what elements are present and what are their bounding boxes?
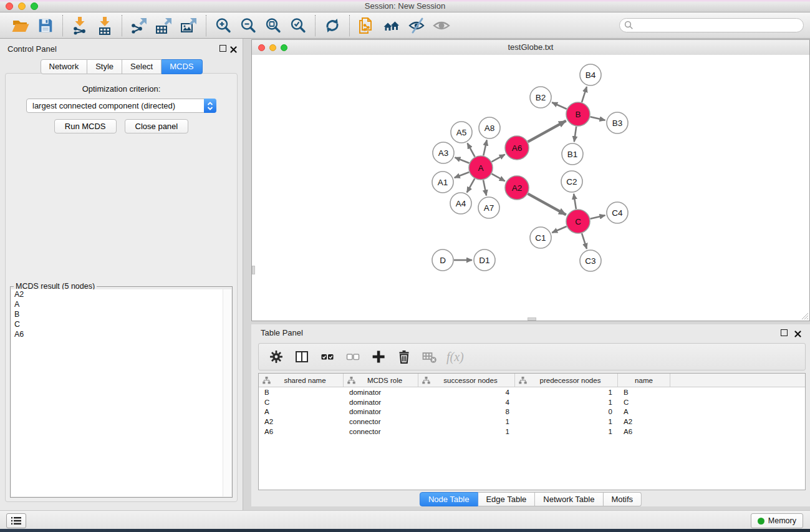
table-row[interactable]: A2connector11A2: [259, 417, 805, 427]
zoom-out-button[interactable]: [238, 16, 258, 36]
float-panel-icon[interactable]: [219, 45, 226, 52]
column-header-predecessor-nodes[interactable]: predecessor nodes: [515, 374, 618, 387]
delete-row-button[interactable]: [395, 348, 413, 365]
export-image-button[interactable]: [179, 16, 199, 36]
graph-edge-C-C2[interactable]: [574, 194, 576, 209]
export-table-button[interactable]: [154, 16, 174, 36]
table-close-icon[interactable]: [794, 329, 801, 340]
tab-node-table[interactable]: Node Table: [420, 492, 478, 506]
run-mcds-button[interactable]: Run MCDS: [54, 119, 117, 133]
result-item[interactable]: C: [11, 319, 231, 329]
task-history-button[interactable]: [6, 513, 26, 528]
tab-motifs[interactable]: Motifs: [603, 492, 642, 506]
graph-node-C2[interactable]: C2: [561, 171, 582, 192]
tab-style[interactable]: Style: [87, 59, 122, 74]
graph-node-A[interactable]: A: [469, 156, 493, 180]
graph-edge-A-A4[interactable]: [467, 178, 475, 192]
network-minimize-button[interactable]: [269, 44, 276, 51]
memory-button[interactable]: Memory: [751, 513, 803, 528]
tab-edge-table[interactable]: Edge Table: [478, 492, 535, 506]
result-scrollbar[interactable]: [223, 289, 231, 496]
graph-node-A6[interactable]: A6: [505, 136, 529, 160]
open-session-button[interactable]: [11, 16, 31, 36]
graph-node-A8[interactable]: A8: [479, 117, 500, 138]
graph-node-C4[interactable]: C4: [607, 202, 628, 223]
save-session-button[interactable]: [36, 16, 55, 36]
network-window-titlebar[interactable]: testGlobe.txt: [252, 40, 809, 56]
close-panel-button[interactable]: Close panel: [125, 119, 189, 133]
graph-node-A7[interactable]: A7: [478, 197, 499, 218]
graph-node-B3[interactable]: B3: [607, 112, 628, 133]
show-hide-details-button[interactable]: [432, 16, 451, 36]
graph-edge-C-C4[interactable]: [591, 215, 605, 218]
column-header-shared-name[interactable]: shared name: [259, 374, 344, 387]
maximize-window-button[interactable]: [31, 2, 38, 10]
graph-node-B2[interactable]: B2: [530, 87, 551, 108]
graph-edge-A-A7[interactable]: [483, 180, 486, 196]
close-window-button[interactable]: [6, 2, 13, 10]
graph-edge-A-A8[interactable]: [483, 140, 486, 156]
table-row[interactable]: Bdominator41B: [259, 387, 805, 397]
graph-node-A1[interactable]: A1: [432, 172, 453, 193]
graph-node-A4[interactable]: A4: [450, 193, 471, 214]
table-row[interactable]: Adominator80A: [259, 407, 805, 417]
network-maximize-button[interactable]: [281, 44, 287, 51]
graph-edge-A-A1[interactable]: [455, 172, 470, 178]
network-close-button[interactable]: [258, 44, 265, 51]
graph-edge-B-B3[interactable]: [591, 117, 605, 120]
graph-edge-C-C1[interactable]: [552, 226, 566, 233]
graph-node-B[interactable]: B: [566, 102, 590, 126]
table-settings-button[interactable]: [268, 348, 285, 365]
graph-edge-A2-C[interactable]: [528, 194, 566, 215]
zoom-fit-button[interactable]: [263, 16, 283, 36]
graph-node-B1[interactable]: B1: [562, 143, 583, 165]
scrollbar-stub-vertical[interactable]: [252, 266, 255, 274]
split-view-button[interactable]: [293, 348, 311, 365]
result-item[interactable]: A6: [11, 329, 231, 339]
graph-edge-A-A3[interactable]: [455, 157, 470, 163]
graph-node-D1[interactable]: D1: [474, 249, 495, 271]
close-panel-icon[interactable]: [230, 44, 237, 56]
home-button[interactable]: [382, 16, 402, 36]
graph-edge-C-C3[interactable]: [582, 233, 587, 249]
import-table-button[interactable]: [95, 16, 115, 36]
tab-select[interactable]: Select: [122, 59, 162, 74]
zoom-selected-button[interactable]: [288, 16, 308, 36]
column-header-successor-nodes[interactable]: successor nodes: [418, 374, 515, 387]
minimize-window-button[interactable]: [18, 2, 26, 10]
graph-node-C1[interactable]: C1: [530, 227, 551, 248]
zoom-in-button[interactable]: [213, 16, 233, 36]
tab-mcds[interactable]: MCDS: [162, 59, 202, 74]
export-network-button[interactable]: [129, 16, 149, 36]
graph-node-B4[interactable]: B4: [580, 64, 601, 85]
graph-node-C[interactable]: C: [566, 210, 590, 233]
graph-edge-B-B4[interactable]: [582, 87, 587, 102]
tab-network-table[interactable]: Network Table: [535, 492, 603, 506]
column-header-mcds-role[interactable]: MCDS role: [344, 374, 418, 387]
copy-network-button[interactable]: [357, 16, 377, 36]
network-canvas[interactable]: B4B2BB3A5A8A6B1A3AA1C2A2A4A7C4CC1C3DD1: [252, 55, 809, 321]
delete-table-button[interactable]: [421, 348, 438, 365]
table-float-icon[interactable]: [781, 329, 788, 336]
deselect-all-button[interactable]: [344, 348, 362, 365]
graph-edge-A-A6[interactable]: [492, 155, 505, 162]
graph-edge-A-A5[interactable]: [468, 143, 475, 157]
column-header-name[interactable]: name: [618, 374, 670, 387]
graph-edge-A-A2[interactable]: [492, 174, 505, 181]
tab-network[interactable]: Network: [40, 59, 87, 74]
graph-node-A3[interactable]: A3: [433, 142, 454, 163]
add-row-button[interactable]: [370, 348, 387, 365]
graph-edge-B-B2[interactable]: [552, 102, 567, 109]
graph-node-A2[interactable]: A2: [505, 176, 529, 200]
table-row[interactable]: A6connector11A6: [259, 427, 805, 437]
scrollbar-stub-horizontal[interactable]: [528, 317, 536, 321]
result-item[interactable]: B: [11, 309, 231, 319]
graph-node-A5[interactable]: A5: [451, 122, 472, 143]
refresh-button[interactable]: [322, 16, 342, 36]
resize-grip-icon[interactable]: [800, 311, 809, 320]
search-input[interactable]: [619, 18, 804, 32]
table-row[interactable]: Cdominator41C: [259, 397, 805, 407]
import-network-button[interactable]: [70, 16, 90, 36]
graph-node-D[interactable]: D: [432, 249, 453, 271]
criterion-select[interactable]: largest connected component (directed): [26, 99, 216, 113]
